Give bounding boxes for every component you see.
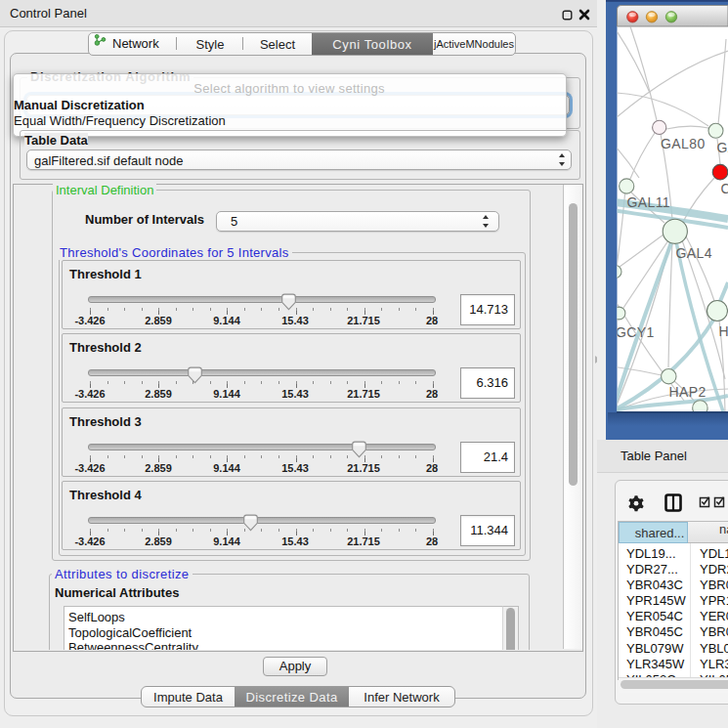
- svg-text:GAL4: GAL4: [676, 245, 712, 261]
- svg-text:HAP2: HAP2: [669, 384, 707, 400]
- svg-text:GAL11: GAL11: [627, 194, 671, 210]
- svg-text:GAL: GAL: [717, 140, 728, 155]
- svg-text:GCY1: GCY1: [616, 324, 655, 340]
- svg-text:C: C: [721, 181, 728, 196]
- svg-text:HIS: HIS: [719, 323, 728, 339]
- svg-text:GAL80: GAL80: [661, 136, 706, 151]
